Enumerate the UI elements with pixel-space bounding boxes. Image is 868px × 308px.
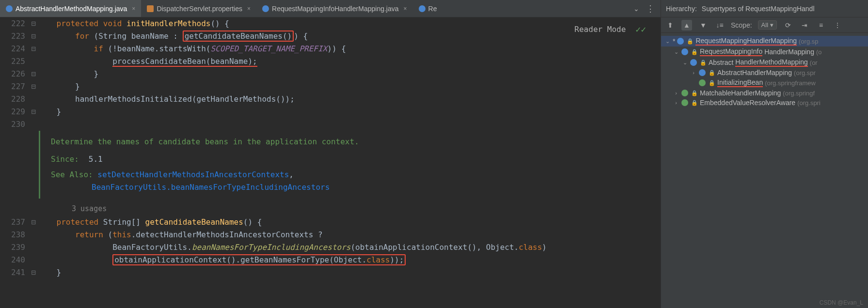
lock-icon: 🔒 <box>691 49 698 55</box>
fold-icon[interactable]: ⊟ <box>29 266 38 279</box>
line-no: 224 <box>0 43 29 55</box>
hierarchy-header: Hierarchy: Supertypes of RequestMappingH… <box>661 0 868 17</box>
usages-hint[interactable]: 3 usages <box>39 202 661 215</box>
tab-label: AbstractHandlerMethodMapping.java <box>16 5 127 13</box>
line-no: 241 <box>0 266 29 279</box>
fold-icon[interactable]: ⊟ <box>29 80 38 93</box>
class-icon <box>677 38 684 45</box>
tree-node[interactable]: ⌄🔒 AbstractHandlerMethodMapping (or <box>661 57 868 68</box>
java-icon <box>419 5 426 12</box>
tab-file-3[interactable]: Re <box>413 0 443 17</box>
hierarchy-panel: Hierarchy: Supertypes of RequestMappingH… <box>661 0 868 308</box>
close-icon[interactable]: × <box>404 5 407 12</box>
line-no: 228 <box>0 93 29 106</box>
scope-label: Scope: <box>731 21 752 29</box>
tab-label: RequestMappingInfoHandlerMapping.java <box>272 5 399 13</box>
hierarchy-title-value: Supertypes of RequestMappingHandl <box>702 5 815 13</box>
fold-icon[interactable]: ⊟ <box>29 216 38 229</box>
tab-bar: AbstractHandlerMethodMapping.java × Disp… <box>0 0 661 17</box>
reader-mode-label[interactable]: Reader Mode <box>574 23 626 36</box>
lock-icon: 🔒 <box>687 38 694 45</box>
line-no: 227 <box>0 80 29 93</box>
interface-icon <box>681 99 688 106</box>
javadoc-block: Determine the names of candidate beans i… <box>39 131 661 199</box>
lock-icon: 🔒 <box>691 90 698 96</box>
class-icon <box>690 59 697 66</box>
expand-icon[interactable]: › <box>673 90 679 96</box>
interface-icon <box>699 79 706 86</box>
java-icon <box>6 5 13 12</box>
expand-icon[interactable]: ⌄ <box>673 49 679 55</box>
class-hierarchy-icon[interactable]: ⬆ <box>665 20 676 31</box>
highlight-underline: processCandidateBean(beanName); <box>112 57 257 67</box>
hierarchy-toolbar: ⬆ ▲ ▼ ↓≡ Scope: All▾ ⟳ ⇥ ≡ ⋮ <box>661 17 868 33</box>
more-icon[interactable]: ⋮ <box>646 3 655 14</box>
expand-icon[interactable]: ⌄ <box>664 38 671 45</box>
properties-icon <box>147 5 154 12</box>
lock-icon: 🔒 <box>700 60 707 66</box>
fold-icon[interactable]: ⊟ <box>29 43 38 55</box>
fold-icon[interactable]: ⊟ <box>29 68 38 80</box>
fold-icon[interactable]: ⊟ <box>29 30 38 43</box>
tab-label: DispatcherServlet.properties <box>157 5 242 13</box>
lock-icon: 🔒 <box>709 80 715 86</box>
expand-icon[interactable]: ⌄ <box>681 60 688 66</box>
checkmark-icon[interactable]: ✓✓ <box>635 23 646 36</box>
line-no: 223 <box>0 30 29 43</box>
autoscroll-icon[interactable]: ⇥ <box>799 20 810 31</box>
line-no: 226 <box>0 68 29 80</box>
close-icon[interactable]: × <box>247 5 251 12</box>
expand-icon[interactable]: › <box>690 70 697 76</box>
class-icon <box>681 48 688 55</box>
hierarchy-tree: ⌄*🔒 RequestMappingHandlerMapping (org.sp… <box>661 33 868 308</box>
subtypes-icon[interactable]: ▼ <box>698 20 709 31</box>
close-icon[interactable]: × <box>132 5 135 12</box>
java-icon <box>262 5 269 12</box>
tree-node[interactable]: ›🔒 MatchableHandlerMapping (org.springf <box>661 88 868 98</box>
fold-icon[interactable]: ⊟ <box>29 106 38 118</box>
javadoc-text: Determine the names of candidate beans i… <box>51 136 650 148</box>
line-no: 239 <box>0 241 29 254</box>
code-editor[interactable]: Reader Mode ✓✓ 222⊟ protected void initH… <box>0 17 661 308</box>
lock-icon: 🔒 <box>691 100 698 106</box>
line-no: 222 <box>0 17 29 30</box>
line-no: 229 <box>0 106 29 118</box>
editor-panel: AbstractHandlerMethodMapping.java × Disp… <box>0 0 661 308</box>
fold-icon[interactable]: ⊟ <box>29 17 38 30</box>
see-also-link[interactable]: BeanFactoryUtils.beanNamesForTypeIncludi… <box>92 183 330 192</box>
tab-file-0[interactable]: AbstractHandlerMethodMapping.java × <box>0 0 141 17</box>
lock-icon: 🔒 <box>709 70 715 76</box>
interface-icon <box>681 90 688 96</box>
line-no: 237 <box>0 216 29 229</box>
line-no: 240 <box>0 254 29 266</box>
class-icon <box>699 69 706 76</box>
tab-file-1[interactable]: DispatcherServlet.properties × <box>141 0 256 17</box>
watermark: CSDN @Evan_L <box>820 299 863 306</box>
supertypes-icon[interactable]: ▲ <box>681 20 692 31</box>
refresh-icon[interactable]: ⟳ <box>783 20 793 31</box>
sort-icon[interactable]: ↓≡ <box>714 20 725 31</box>
highlight-box: getCandidateBeanNames() <box>183 31 294 42</box>
tree-node[interactable]: ›🔒 EmbeddedValueResolverAware (org.spri <box>661 98 868 108</box>
expand-icon[interactable]: › <box>673 100 679 106</box>
line-no: 225 <box>0 55 29 68</box>
settings-icon[interactable]: ⋮ <box>832 20 843 31</box>
tab-file-2[interactable]: RequestMappingInfoHandlerMapping.java × <box>256 0 413 17</box>
tree-node[interactable]: ⌄🔒 RequestMappingInfoHandlerMapping (o <box>661 46 868 57</box>
tab-label: Re <box>428 5 437 13</box>
line-no: 238 <box>0 229 29 241</box>
expand-icon[interactable]: ≡ <box>816 20 826 31</box>
tree-node[interactable]: ›🔒 AbstractHandlerMapping (org.spr <box>661 68 868 77</box>
line-no: 230 <box>0 118 29 131</box>
scope-dropdown[interactable]: All▾ <box>758 20 777 30</box>
tree-node-root[interactable]: ⌄*🔒 RequestMappingHandlerMapping (org.sp <box>661 36 868 46</box>
chevron-down-icon[interactable]: ⌄ <box>633 5 639 13</box>
tree-node[interactable]: 🔒 InitializingBean (org.springframew <box>661 77 868 88</box>
see-also-link[interactable]: setDetectHandlerMethodsInAncestorContext… <box>97 170 289 179</box>
hierarchy-title-label: Hierarchy: <box>666 5 697 13</box>
highlight-box: obtainApplicationContext().getBeanNamesF… <box>112 254 406 265</box>
